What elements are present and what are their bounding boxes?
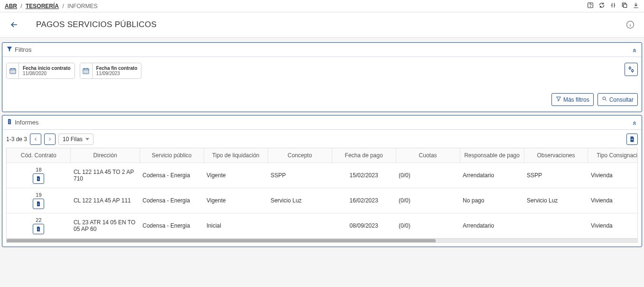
refresh-icon[interactable] xyxy=(598,2,605,10)
filter-icon xyxy=(6,46,13,54)
topbar: ABR / TESORERÍA / INFORMES xyxy=(0,0,644,12)
row-detail-button[interactable] xyxy=(33,224,44,234)
cell-responsable: No pago xyxy=(460,188,524,213)
cell-cuotas: (0/0) xyxy=(396,213,460,239)
col-codigo[interactable]: Cód. Contrato xyxy=(7,148,71,163)
calendar-icon xyxy=(7,63,19,78)
row-detail-button[interactable] xyxy=(33,199,44,209)
help-icon[interactable] xyxy=(587,2,594,10)
filters-panel: Filtros Fecha inicio contrato 11/08/2020 xyxy=(2,42,642,112)
col-tipoc[interactable]: Tipo Consignación xyxy=(588,148,638,163)
col-obs[interactable]: Observaciones xyxy=(524,148,588,163)
cell-servicio: Codensa - Energia xyxy=(140,213,204,239)
breadcrumb-item-informes: INFORMES xyxy=(67,3,97,10)
table-row[interactable]: 18CL 122 11A 45 TO 2 AP 710Codensa - Ene… xyxy=(7,163,638,188)
cell-tipoc: Vivienda xyxy=(588,163,638,188)
cell-concepto: Servicio Luz xyxy=(268,188,332,213)
resize-icon[interactable] xyxy=(610,2,616,10)
table-row[interactable]: 19CL 122 11A 45 AP 111Codensa - EnergiaV… xyxy=(7,188,638,213)
cell-cuotas: (0/0) xyxy=(396,163,460,188)
cell-direccion: CL 23 ATR 14 05 EN TO 05 AP 60 xyxy=(71,213,140,239)
scrollbar-thumb[interactable] xyxy=(7,239,436,243)
filter-plus-icon xyxy=(556,96,561,103)
contract-code: 22 xyxy=(9,217,68,223)
filter-value: 11/08/2020 xyxy=(23,71,71,76)
svg-point-1 xyxy=(590,7,591,7)
filters-panel-title: Filtros xyxy=(15,46,31,53)
cell-direccion: CL 122 11A 45 TO 2 AP 710 xyxy=(71,163,140,188)
breadcrumb: ABR / TESORERÍA / INFORMES xyxy=(5,3,97,10)
informes-panel-header[interactable]: Informes xyxy=(2,115,642,130)
svg-point-7 xyxy=(632,70,634,72)
collapse-filters-icon[interactable] xyxy=(631,47,638,53)
prev-page-button[interactable] xyxy=(30,134,41,145)
cell-responsable: Arrendatario xyxy=(460,163,524,188)
cell-concepto: SSPP xyxy=(268,163,332,188)
contract-code: 19 xyxy=(9,192,68,198)
page-title: PAGOS SERVICIOS PÚBLICOS xyxy=(36,20,157,29)
next-page-button[interactable] xyxy=(44,134,56,145)
more-filters-button[interactable]: Más filtros xyxy=(551,93,594,106)
filter-value: 11/09/2023 xyxy=(96,71,138,76)
search-icon xyxy=(602,96,607,103)
filter-label: Fecha inicio contrato xyxy=(23,66,71,71)
breadcrumb-item-abr[interactable]: ABR xyxy=(5,3,17,10)
back-button[interactable] xyxy=(9,20,19,29)
title-row: PAGOS SERVICIOS PÚBLICOS xyxy=(0,12,644,38)
cell-tipoc: Vivienda xyxy=(588,213,638,239)
breadcrumb-item-tesoreria[interactable]: TESORERÍA xyxy=(26,3,59,10)
export-button[interactable] xyxy=(626,134,638,145)
consultar-button[interactable]: Consultar xyxy=(597,93,638,106)
col-tipoliq[interactable]: Tipo de liquidación xyxy=(204,148,268,163)
cell-obs: Servicio Luz xyxy=(524,188,588,213)
cell-obs: SSPP xyxy=(524,163,588,188)
cell-fecha: 16/02/2023 xyxy=(332,188,396,213)
table-row[interactable]: 22CL 23 ATR 14 05 EN TO 05 AP 60Codensa … xyxy=(7,213,638,239)
results-table-wrapper: Cód. Contrato Dirección Servicio público… xyxy=(6,148,638,243)
svg-rect-2 xyxy=(624,4,627,8)
results-table: Cód. Contrato Dirección Servicio público… xyxy=(7,148,638,239)
cell-tipoliq: Vigente xyxy=(204,188,268,213)
rows-per-page-select[interactable]: 10 Filas xyxy=(58,134,93,145)
copy-icon[interactable] xyxy=(621,2,628,10)
document-icon xyxy=(6,118,13,126)
cell-servicio: Codensa - Energia xyxy=(140,163,204,188)
cell-servicio: Codensa - Energia xyxy=(140,188,204,213)
col-fecha[interactable]: Fecha de pago xyxy=(332,148,396,163)
contract-code: 18 xyxy=(9,167,68,172)
col-cuotas[interactable]: Cuotas xyxy=(396,148,460,163)
table-header-row: Cód. Contrato Dirección Servicio público… xyxy=(7,148,638,163)
info-icon[interactable] xyxy=(626,20,635,29)
horizontal-scrollbar[interactable] xyxy=(7,239,637,242)
cell-tipoliq: Inicial xyxy=(204,213,268,239)
cell-tipoc: Vivienda xyxy=(588,188,638,213)
download-icon[interactable] xyxy=(633,2,639,10)
row-detail-button[interactable] xyxy=(33,173,44,184)
col-servicio[interactable]: Servicio público xyxy=(140,148,204,163)
informes-panel: Informes 1-3 de 3 10 Filas Cód. Contrato xyxy=(2,115,642,247)
more-filters-label: Más filtros xyxy=(563,96,589,103)
cell-fecha: 08/09/2023 xyxy=(332,213,396,239)
cell-obs xyxy=(524,213,588,239)
cell-responsable: Arrendatario xyxy=(460,213,524,239)
filter-pill-start-date[interactable]: Fecha inicio contrato 11/08/2020 xyxy=(6,63,75,79)
cell-cuotas: (0/0) xyxy=(396,188,460,213)
calendar-icon xyxy=(80,63,93,78)
topbar-actions xyxy=(587,2,639,10)
consultar-label: Consultar xyxy=(609,96,634,103)
col-concepto[interactable]: Concepto xyxy=(268,148,332,163)
filter-pill-end-date[interactable]: Fecha fin contrato 11/09/2023 xyxy=(80,63,142,79)
svg-point-8 xyxy=(603,97,606,100)
filter-label: Fecha fin contrato xyxy=(96,66,138,71)
col-responsable[interactable]: Responsable de pago xyxy=(460,148,524,163)
cell-tipoliq: Vigente xyxy=(204,163,268,188)
col-direccion[interactable]: Dirección xyxy=(71,148,140,163)
informes-panel-title: Informes xyxy=(15,119,39,126)
svg-point-6 xyxy=(629,67,631,69)
collapse-informes-icon[interactable] xyxy=(631,119,638,126)
cell-concepto xyxy=(268,213,332,239)
pagination-info: 1-3 de 3 xyxy=(6,136,27,143)
cell-fecha: 15/02/2023 xyxy=(332,163,396,188)
filters-panel-header[interactable]: Filtros xyxy=(2,43,642,57)
filter-settings-button[interactable] xyxy=(625,63,638,76)
